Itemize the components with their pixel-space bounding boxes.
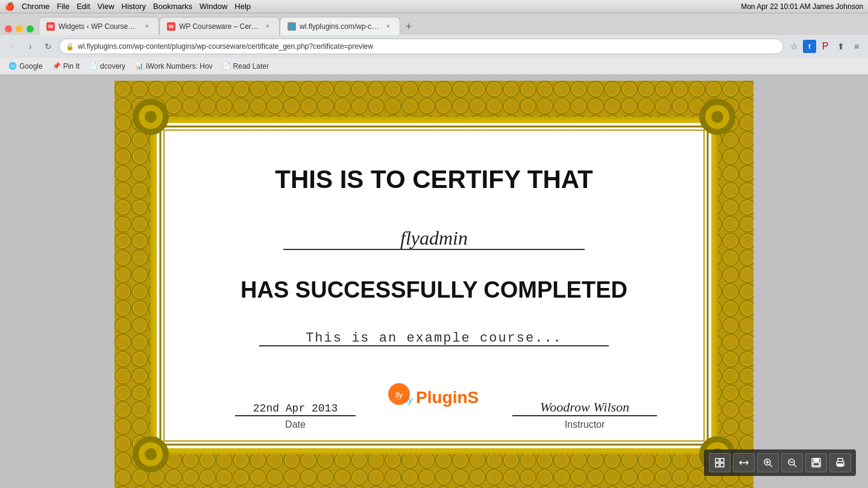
menu-window[interactable]: Window bbox=[200, 2, 227, 11]
tab3-label: wl.flyplugins.com/wp-con... bbox=[300, 22, 380, 31]
tab-1[interactable]: W Widgets ‹ WP Courseware ... × bbox=[39, 17, 159, 35]
svg-rect-58 bbox=[838, 464, 843, 466]
bookmark-dcovery-label: dcovery bbox=[100, 62, 125, 70]
share-icon[interactable]: ⬆ bbox=[834, 40, 848, 53]
back-button[interactable]: ‹ bbox=[5, 39, 19, 54]
tab-3[interactable]: 🌐 wl.flyplugins.com/wp-con... × bbox=[280, 17, 400, 35]
pinit-icon: 📌 bbox=[52, 62, 61, 70]
url-lock-icon: 🔒 bbox=[66, 43, 74, 51]
menu-edit[interactable]: Edit bbox=[77, 2, 90, 11]
bookmark-readlater-label: Read Later bbox=[233, 62, 269, 70]
tab1-close[interactable]: × bbox=[143, 22, 151, 31]
svg-text:PluginS: PluginS bbox=[416, 388, 479, 407]
pdf-zoom-in-button[interactable] bbox=[757, 453, 779, 472]
menu-history[interactable]: History bbox=[122, 2, 146, 11]
tab2-favicon: W bbox=[167, 22, 175, 31]
url-text: wl.flyplugins.com/wp-content/plugins/wp-… bbox=[78, 42, 373, 51]
svg-text:Instructor: Instructor bbox=[565, 419, 605, 430]
svg-rect-55 bbox=[814, 458, 819, 461]
address-right-icons: ☆ f P ⬆ ≡ bbox=[787, 40, 863, 53]
forward-button[interactable]: › bbox=[23, 39, 37, 54]
svg-line-48 bbox=[770, 465, 772, 467]
svg-text:22nd Apr 2013: 22nd Apr 2013 bbox=[253, 402, 338, 414]
menu-file[interactable]: File bbox=[57, 2, 69, 11]
svg-point-22 bbox=[145, 448, 157, 460]
tab1-label: Widgets ‹ WP Courseware ... bbox=[58, 22, 139, 31]
svg-rect-56 bbox=[813, 463, 819, 466]
svg-point-16 bbox=[145, 111, 157, 123]
svg-rect-7 bbox=[115, 117, 151, 454]
bookmark-dcovery[interactable]: 📄 dcovery bbox=[86, 61, 129, 72]
extension1-icon[interactable]: f bbox=[803, 40, 816, 53]
google-icon: 🌐 bbox=[8, 62, 17, 70]
menubar-right-info: Mon Apr 22 10:01 AM James Johnson bbox=[741, 2, 863, 11]
menu-icon[interactable]: ≡ bbox=[850, 40, 863, 53]
pdf-save-button[interactable] bbox=[805, 453, 827, 472]
pdf-print-button[interactable] bbox=[829, 453, 851, 472]
bookmark-google-label: Google bbox=[19, 62, 43, 70]
svg-line-52 bbox=[794, 465, 796, 467]
bookmark-iwork-label: iWork Numbers: Hov bbox=[146, 62, 212, 70]
menu-bookmarks[interactable]: Bookmarks bbox=[153, 2, 192, 11]
bookmark-readlater[interactable]: 📄 Read Later bbox=[219, 61, 272, 72]
svg-rect-44 bbox=[715, 463, 719, 467]
pdf-fit-page-button[interactable] bbox=[709, 453, 731, 472]
tab3-favicon: 🌐 bbox=[288, 22, 296, 31]
pdf-fit-width-button[interactable] bbox=[733, 453, 755, 472]
svg-text:fly: fly bbox=[395, 391, 403, 399]
bookmark-pinit-label: Pin It bbox=[63, 62, 80, 70]
svg-point-19 bbox=[711, 111, 723, 123]
certificate-border-svg: THIS IS TO CERTIFY THAT flyadmin HAS SUC… bbox=[115, 81, 753, 488]
svg-rect-5 bbox=[115, 81, 753, 117]
bookmark-iwork[interactable]: 📊 iWork Numbers: Hov bbox=[131, 61, 216, 72]
window-close-btn[interactable] bbox=[5, 25, 12, 33]
apple-menu[interactable]: 🍎 bbox=[5, 2, 14, 11]
tab3-close[interactable]: × bbox=[384, 22, 392, 31]
svg-rect-42 bbox=[715, 458, 719, 462]
svg-text:HAS SUCCESSFULLY COMPLETED: HAS SUCCESSFULLY COMPLETED bbox=[241, 277, 627, 302]
svg-text:Date: Date bbox=[285, 419, 306, 430]
svg-text:This is an example course...: This is an example course... bbox=[306, 331, 562, 346]
bookmark-star-icon[interactable]: ☆ bbox=[787, 40, 800, 53]
svg-text:THIS IS TO CERTIFY THAT: THIS IS TO CERTIFY THAT bbox=[275, 165, 593, 193]
pdf-toolbar bbox=[704, 449, 856, 476]
new-tab-button[interactable]: + bbox=[400, 18, 417, 35]
bookmarks-bar: 🌐 Google 📌 Pin It 📄 dcovery 📊 iWork Numb… bbox=[0, 58, 868, 75]
pinterest-icon[interactable]: P bbox=[819, 40, 832, 53]
menu-view[interactable]: View bbox=[98, 2, 115, 11]
bookmark-pinit[interactable]: 📌 Pin It bbox=[49, 61, 83, 72]
url-input[interactable]: 🔒 wl.flyplugins.com/wp-content/plugins/w… bbox=[59, 39, 784, 54]
svg-text:flyadmin: flyadmin bbox=[400, 227, 468, 249]
tab2-label: WP Courseware – Certifica... bbox=[179, 22, 260, 31]
window-max-btn[interactable] bbox=[27, 25, 34, 33]
bookmark-google[interactable]: 🌐 Google bbox=[5, 61, 46, 72]
reload-button[interactable]: ↻ bbox=[41, 39, 55, 54]
svg-rect-6 bbox=[115, 454, 753, 488]
tab-2[interactable]: W WP Courseware – Certifica... × bbox=[159, 17, 280, 35]
svg-rect-43 bbox=[720, 458, 724, 462]
menu-help[interactable]: Help bbox=[234, 2, 251, 11]
svg-text:Woodrow Wilson: Woodrow Wilson bbox=[540, 399, 629, 414]
iwork-icon: 📊 bbox=[135, 62, 143, 70]
svg-rect-45 bbox=[720, 463, 724, 467]
readlater-icon: 📄 bbox=[222, 62, 231, 70]
certificate-wrapper: THIS IS TO CERTIFY THAT flyadmin HAS SUC… bbox=[115, 81, 753, 488]
mac-menubar: 🍎 Chrome File Edit View History Bookmark… bbox=[0, 0, 868, 13]
menu-chrome[interactable]: Chrome bbox=[22, 2, 49, 11]
dcovery-icon: 📄 bbox=[89, 62, 98, 70]
window-min-btn[interactable] bbox=[16, 25, 23, 33]
pdf-zoom-out-button[interactable] bbox=[781, 453, 803, 472]
address-bar: ‹ › ↻ 🔒 wl.flyplugins.com/wp-content/plu… bbox=[0, 35, 868, 58]
tab1-favicon: W bbox=[46, 22, 55, 31]
chrome-window: W Widgets ‹ WP Courseware ... × W WP Cou… bbox=[0, 13, 868, 75]
tab2-close[interactable]: × bbox=[263, 22, 272, 31]
tab-bar: W Widgets ‹ WP Courseware ... × W WP Cou… bbox=[0, 13, 868, 35]
page-content: THIS IS TO CERTIFY THAT flyadmin HAS SUC… bbox=[0, 75, 868, 488]
svg-rect-8 bbox=[717, 117, 753, 454]
